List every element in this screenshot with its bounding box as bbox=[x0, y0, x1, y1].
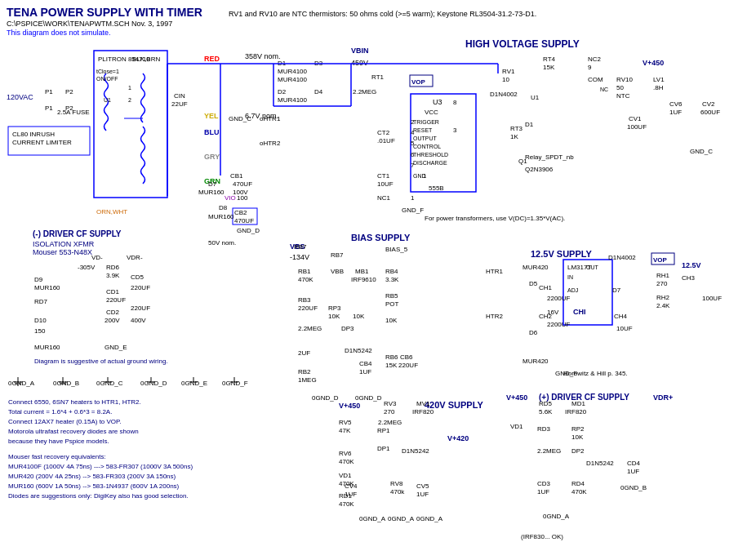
svg-text:RP3: RP3 bbox=[328, 304, 341, 312]
svg-text:RT3: RT3 bbox=[510, 125, 523, 132]
header-note: RV1 and RV10 are NTC thermistors: 50 ohm… bbox=[229, 10, 536, 18]
svg-text:555B: 555B bbox=[429, 184, 444, 192]
svg-text:2.2MEG: 2.2MEG bbox=[378, 419, 402, 426]
svg-text:10: 10 bbox=[502, 76, 509, 83]
svg-text:NC2: NC2 bbox=[588, 56, 602, 63]
svg-text:U3: U3 bbox=[433, 98, 442, 106]
svg-text:CD2: CD2 bbox=[106, 309, 120, 316]
svg-text:6: 6 bbox=[411, 151, 415, 158]
svg-text:ON/OFF: ON/OFF bbox=[96, 76, 118, 82]
svg-text:VCC: VCC bbox=[425, 109, 438, 116]
note-motorola: Motorola ultrafast recovery diodes are s… bbox=[8, 428, 139, 435]
svg-text:GND_E: GND_E bbox=[104, 344, 127, 351]
svg-text:-134V: -134V bbox=[290, 253, 309, 261]
svg-text:CH1: CH1 bbox=[539, 284, 553, 291]
svg-text:470UF: 470UF bbox=[234, 217, 254, 224]
svg-text:RESET: RESET bbox=[413, 127, 433, 133]
svg-text:VBB: VBB bbox=[331, 268, 344, 275]
svg-text:CD1: CD1 bbox=[106, 288, 120, 296]
svg-text:tClose=1: tClose=1 bbox=[96, 69, 119, 74]
svg-text:470UF: 470UF bbox=[233, 180, 252, 188]
svg-text:OUTPUT: OUTPUT bbox=[413, 136, 438, 141]
svg-text:0GND_E: 0GND_E bbox=[181, 380, 207, 387]
svg-text:DP1: DP1 bbox=[377, 445, 390, 452]
power-transformer-note: For power transformers, use V(DC)=1.35*V… bbox=[425, 215, 565, 222]
svg-text:0GND_B: 0GND_B bbox=[620, 484, 647, 491]
svg-text:-305V: -305V bbox=[78, 264, 96, 271]
svg-text:RD1: RD1 bbox=[339, 492, 353, 500]
svg-text:1UF: 1UF bbox=[627, 468, 639, 475]
svg-text:3.3K: 3.3K bbox=[385, 276, 399, 283]
svg-text:CB6: CB6 bbox=[400, 353, 413, 361]
svg-text:RB6: RB6 bbox=[385, 353, 398, 361]
svg-text:2.4K: 2.4K bbox=[656, 302, 670, 309]
svg-text:NC: NC bbox=[600, 87, 608, 92]
svg-text:POT: POT bbox=[385, 300, 399, 308]
svg-text:CONTROL: CONTROL bbox=[413, 144, 441, 149]
svg-text:IN: IN bbox=[567, 274, 573, 280]
svg-text:P2: P2 bbox=[65, 104, 73, 112]
svg-text:2UF: 2UF bbox=[298, 349, 310, 357]
note-total-current: Total current = 1.6*4 + 0.6*3 = 8.2A. bbox=[8, 408, 112, 416]
svg-text:CB2: CB2 bbox=[234, 209, 247, 216]
12v5-value-label: 12.5V bbox=[682, 261, 701, 269]
chi-label: CHI bbox=[573, 308, 586, 316]
vdr-plus-label: VDR+ bbox=[653, 393, 673, 402]
svg-text:2.2MEG: 2.2MEG bbox=[353, 88, 376, 96]
svg-text:100UF: 100UF bbox=[627, 123, 647, 131]
svg-text:Q1: Q1 bbox=[518, 158, 527, 165]
svg-text:2200UF: 2200UF bbox=[547, 295, 571, 302]
svg-text:270: 270 bbox=[656, 280, 668, 287]
svg-text:CV2: CV2 bbox=[702, 100, 715, 108]
svg-text:MV1: MV1 bbox=[416, 400, 430, 407]
svg-text:D10: D10 bbox=[34, 317, 47, 324]
svg-text:VD1: VD1 bbox=[339, 472, 352, 479]
svg-text:10UF: 10UF bbox=[616, 325, 633, 332]
svg-text:D6: D6 bbox=[529, 329, 538, 336]
svg-text:50: 50 bbox=[616, 84, 624, 91]
svg-text:MB1: MB1 bbox=[355, 268, 369, 275]
svg-text:1UF: 1UF bbox=[416, 491, 429, 498]
svg-text:0GND_A: 0GND_A bbox=[388, 515, 415, 522]
svg-text:5.6K: 5.6K bbox=[539, 408, 553, 416]
svg-text:470K: 470K bbox=[339, 480, 354, 487]
svg-text:RD5: RD5 bbox=[539, 400, 553, 407]
svg-text:VOP: VOP bbox=[411, 78, 426, 86]
svg-text:0GND_D: 0GND_D bbox=[312, 394, 339, 402]
high-voltage-label: HIGH VOLTAGE SUPPLY bbox=[465, 38, 580, 50]
svg-text:9: 9 bbox=[588, 64, 592, 71]
svg-text:IRF9610: IRF9610 bbox=[351, 276, 376, 283]
svg-text:RD7: RD7 bbox=[34, 298, 48, 305]
svg-text:15K: 15K bbox=[385, 362, 398, 369]
svg-text:1: 1 bbox=[128, 85, 131, 91]
svg-text:IRF820: IRF820 bbox=[565, 408, 587, 416]
120vac-label: 120VAC bbox=[7, 93, 33, 101]
svg-text:HTR2: HTR2 bbox=[486, 313, 503, 320]
svg-text:0GND_D: 0GND_D bbox=[355, 394, 382, 402]
svg-text:400V: 400V bbox=[131, 317, 146, 324]
svg-text:D5: D5 bbox=[529, 280, 538, 287]
svg-text:VOP: VOP bbox=[653, 256, 668, 264]
svg-text:16V: 16V bbox=[547, 309, 559, 316]
svg-text:THRESHOLD: THRESHOLD bbox=[413, 152, 448, 158]
svg-text:100UF: 100UF bbox=[702, 295, 722, 302]
svg-text:DP2: DP2 bbox=[571, 447, 585, 455]
svg-text:220UF: 220UF bbox=[298, 304, 318, 312]
svg-text:VDR-: VDR- bbox=[127, 254, 143, 261]
svg-text:3.9K: 3.9K bbox=[106, 272, 120, 279]
svg-text:MUR420: MUR420 bbox=[522, 358, 549, 365]
svg-text:470K: 470K bbox=[339, 500, 354, 508]
svg-text:220UF: 220UF bbox=[131, 304, 150, 312]
svg-text:oHTR2: oHTR2 bbox=[260, 140, 281, 147]
svg-text:3: 3 bbox=[453, 127, 457, 134]
main-title: TENA POWER SUPPLY WITH TIMER bbox=[7, 6, 202, 19]
gry-wire-label: GRY bbox=[204, 153, 220, 161]
svg-text:2.2MEG: 2.2MEG bbox=[298, 325, 322, 332]
svg-text:GND_D: GND_D bbox=[237, 227, 260, 234]
svg-text:U1: U1 bbox=[531, 94, 540, 101]
svg-text:Q2N3906: Q2N3906 bbox=[525, 166, 554, 173]
svg-text:Relay_SPDT_nb: Relay_SPDT_nb bbox=[525, 153, 574, 161]
svg-text:2200UF: 2200UF bbox=[547, 321, 571, 328]
svg-text:RV5: RV5 bbox=[339, 419, 352, 426]
svg-text:2: 2 bbox=[128, 97, 131, 103]
